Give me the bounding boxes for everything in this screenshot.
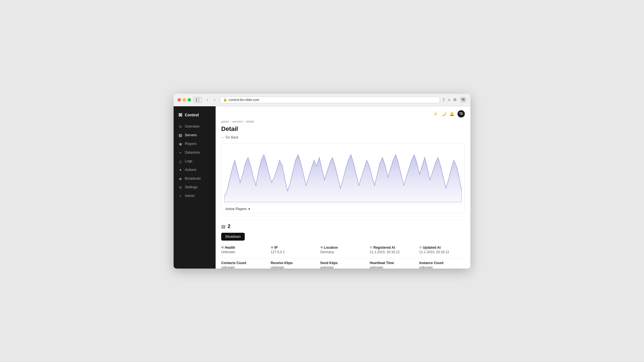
ip-value: 127.0.0.1 <box>271 250 316 254</box>
breadcrumb-game[interactable]: game <box>221 120 229 123</box>
sidebar-toggle-button[interactable] <box>194 97 202 103</box>
settings-icon: ⊙ <box>178 185 183 189</box>
sidebar-item-datastore[interactable]: ▪ Datastore <box>174 148 216 157</box>
close-button[interactable] <box>178 98 181 102</box>
user-avatar-browser[interactable]: TE <box>460 97 466 103</box>
maximize-button[interactable] <box>188 98 191 102</box>
lock-icon: 🔒 <box>223 98 227 102</box>
server-count-icon: ▤ <box>221 224 225 229</box>
heartbeat-time-label-text: Heartbeat Time <box>370 261 394 265</box>
server-count: 2 <box>228 224 230 229</box>
chart-metric-selector[interactable]: Active Players ▾ <box>224 204 462 213</box>
sidebar-item-admin[interactable]: ▪ Admin <box>174 192 216 200</box>
sidebar-item-settings[interactable]: ⊙ Settings <box>174 183 216 192</box>
browser-chrome: ‹ › 🔒 control.tim-ritter.com ⤴ + ⧉ TE <box>174 94 470 106</box>
browser-actions: ⤴ + ⧉ TE <box>443 97 466 103</box>
url-text: control.tim-ritter.com <box>229 98 259 102</box>
bell-icon[interactable]: 🔔 <box>449 112 454 116</box>
send-kbps-label: Send Kbps <box>320 261 366 265</box>
main-content: ⚡ 🌙 🔔 TE game / servers / detail Detail … <box>216 106 470 269</box>
send-kbps-value: unknown <box>320 265 366 269</box>
go-back-button[interactable]: ← Go Back <box>221 135 465 139</box>
divider <box>221 216 465 217</box>
logo-icon: ⌘ <box>178 112 183 118</box>
info-ip: ⊕ IP 127.0.0.1 <box>271 246 316 254</box>
topbar: ⚡ 🌙 🔔 TE <box>221 110 465 117</box>
updated-at-icon: ⊙ <box>419 246 422 249</box>
health-value: Unknown <box>221 250 267 254</box>
breadcrumb: game / servers / detail <box>221 120 465 123</box>
svg-rect-3 <box>198 101 200 102</box>
info-updated-at-label: ⊙ Updated At <box>419 246 465 250</box>
shutdown-button[interactable]: Shutdown <box>221 233 245 241</box>
contacts-count-label: Contacts Count <box>221 261 267 265</box>
updated-at-value: 11.1.2023, 20:16:12 <box>419 250 465 254</box>
location-icon: ⊕ <box>320 246 323 249</box>
traffic-lights <box>178 98 191 102</box>
receive-kbps-label: Receive Kbps <box>271 261 316 265</box>
svg-rect-2 <box>198 100 200 100</box>
app-name: Control <box>185 113 199 117</box>
heartbeat-time-label: Heartbeat Time <box>370 261 415 265</box>
info-health-label: ⊕ Health <box>221 246 267 250</box>
minimize-button[interactable] <box>183 98 186 102</box>
info-ip-label: ⊕ IP <box>271 246 316 250</box>
server-info-grid-2: Contacts Count unknown Receive Kbps unkn… <box>221 261 465 269</box>
registered-at-value: 11.1.2023, 20:16:12 <box>370 250 415 254</box>
receive-kbps-label-text: Receive Kbps <box>271 261 293 265</box>
sidebar-label-players: Players <box>185 142 197 146</box>
tabs-icon[interactable]: ⧉ <box>454 97 456 102</box>
info-location-label: ⊕ Location <box>320 246 366 250</box>
info-contacts-count: Contacts Count unknown <box>221 261 267 269</box>
sidebar-label-logs: Logs <box>185 159 192 163</box>
breadcrumb-detail: detail <box>246 120 254 123</box>
new-tab-icon[interactable]: + <box>448 98 450 102</box>
location-value: Germany <box>320 250 366 254</box>
address-bar[interactable]: 🔒 control.tim-ritter.com <box>220 97 440 103</box>
location-label-text: Location <box>324 246 338 250</box>
sidebar-item-servers[interactable]: ▤ Servers <box>174 131 216 140</box>
servers-icon: ▤ <box>178 133 183 137</box>
sidebar-item-logs[interactable]: △ Logs <box>174 157 216 166</box>
info-health: ⊕ Health Unknown <box>221 246 267 254</box>
user-avatar-topbar[interactable]: TE <box>458 110 465 117</box>
back-arrow[interactable]: ‹ <box>204 97 210 103</box>
actions-icon: ✦ <box>178 168 183 172</box>
info-heartbeat-time: Heartbeat Time unknown <box>370 261 415 269</box>
info-instance-count: Instance Count unknown <box>419 261 465 269</box>
chevron-down-icon: ▾ <box>248 207 250 211</box>
share-icon[interactable]: ⤴ <box>443 98 445 102</box>
instance-count-label: Instance Count <box>419 261 465 265</box>
sidebar-label-overview: Overview <box>185 124 199 128</box>
instance-count-label-text: Instance Count <box>419 261 444 265</box>
chart-selector-label: Active Players <box>225 207 247 211</box>
sidebar-item-overview[interactable]: ⊙ Overview <box>174 122 216 131</box>
instance-count-value: unknown <box>419 265 465 269</box>
ip-icon: ⊕ <box>271 246 273 249</box>
sidebar-item-actions[interactable]: ✦ Actions <box>174 166 216 174</box>
heartbeat-time-value: unknown <box>370 265 415 269</box>
datastore-icon: ▪ <box>178 151 183 155</box>
server-info-grid: ⊕ Health Unknown ⊕ IP 127.0.0.1 <box>221 246 465 254</box>
sidebar: ⌘ Control ⊙ Overview ▤ Servers ◉ Players… <box>174 106 216 269</box>
updated-at-label-text: Updated At <box>423 246 441 250</box>
receive-kbps-value: unknown <box>271 265 316 269</box>
sidebar-label-datastore: Datastore <box>185 151 200 154</box>
contacts-count-value: unknown <box>221 265 267 269</box>
info-registered-at: ⊙ Registered At 11.1.2023, 20:16:12 <box>370 246 415 254</box>
chart-container: Active Players ▾ <box>221 143 465 213</box>
health-icon: ⊕ <box>221 246 224 249</box>
sidebar-item-players[interactable]: ◉ Players <box>174 140 216 148</box>
server-count-row: ▤ 2 <box>221 224 465 229</box>
sidebar-logo: ⌘ Control <box>174 111 216 122</box>
app-body: ⌘ Control ⊙ Overview ▤ Servers ◉ Players… <box>174 106 470 269</box>
registered-at-label-text: Registered At <box>373 246 395 250</box>
info-registered-at-label: ⊙ Registered At <box>370 246 415 250</box>
nav-arrows: ‹ › <box>204 97 217 103</box>
breadcrumb-servers[interactable]: servers <box>232 120 243 123</box>
admin-icon: ▪ <box>178 194 183 198</box>
forward-arrow[interactable]: › <box>212 97 217 103</box>
sidebar-item-broadcast[interactable]: ◈ Broadcast <box>174 174 216 183</box>
moon-icon[interactable]: 🌙 <box>441 112 446 116</box>
lightning-icon[interactable]: ⚡ <box>433 112 438 116</box>
